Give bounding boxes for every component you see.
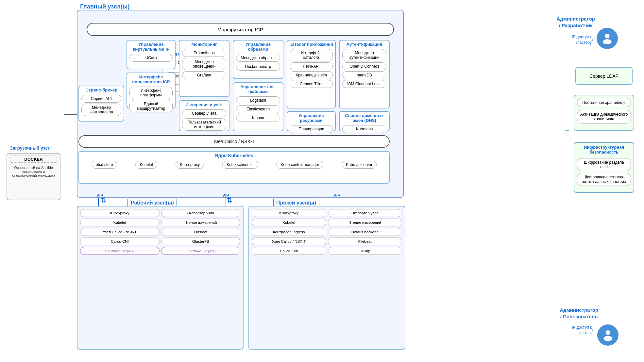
admin-dev-avatar xyxy=(597,28,618,49)
k8s-item-3: Kube scheduler xyxy=(222,161,258,169)
vip-mgmt-item-0: UCarp xyxy=(129,54,172,62)
dns-item-0: Kube-dns xyxy=(342,125,387,133)
monitoring-section: Мониторинг Prometheus Менеджер оповещени… xyxy=(179,40,229,97)
auth-item-0: Менеджер аутентификации xyxy=(342,49,387,61)
dns-section: Сервис доменных имён (DNS) Kube-dns xyxy=(339,111,390,131)
dns-storage-arrow: → xyxy=(564,126,570,134)
proxy-item-calico: Узел Calico / NSX-T xyxy=(252,238,326,245)
admin-dev-label: Администратор/ Разработчик xyxy=(556,16,595,28)
resource-mgmt-item-0: Планировщик xyxy=(290,125,332,133)
worker-item-filebeat: Filebeat xyxy=(161,228,241,236)
dns-title: Сервис доменных имён (DNS) xyxy=(340,112,389,124)
vip-arrow-1: ⇅ xyxy=(101,196,107,205)
proxy-node-grid: Kube-proxy Экспортер узла Kubelet Чтение… xyxy=(249,206,405,257)
log-mgmt-item-2: Kibana xyxy=(236,114,280,122)
log-mgmt-item-0: Logstash xyxy=(236,96,280,104)
monitoring-item-1: Менеджер оповещений xyxy=(182,58,227,70)
auth-section: Аутентификация Менеджер аутентификации O… xyxy=(339,40,390,108)
vip-mgmt-section: Управлениевиртуальными IP UCarp xyxy=(127,40,176,69)
worker-item-calico: Узел Calico / NSX-T xyxy=(80,228,160,236)
icp-ui-section: Интерфейспользователя ICP Интерфейс плат… xyxy=(127,73,176,108)
k8s-item-5: Kube apiserver xyxy=(342,161,377,169)
log-mgmt-section: Управление лог-файлами Logstash Elastics… xyxy=(233,82,283,131)
svc-broker-item-1: Менеджер контроллера xyxy=(81,104,121,116)
calico-bar: Узел Calico / NSX-T xyxy=(78,135,390,148)
boot-node-label: Загрузочный узел xyxy=(10,145,51,151)
line-main-worker-1 xyxy=(98,198,99,206)
proxy-item-metrics: Чтение измерений xyxy=(328,219,402,226)
k8s-core-title: Ядро Kubernetes xyxy=(79,152,389,159)
worker-node-box: Kube-proxy Экспортер узла Kubelet Чтение… xyxy=(77,206,244,350)
proxy-item-ingress: Контролер Ingress xyxy=(252,228,326,236)
app-catalog-item-1: Helm-API xyxy=(290,62,332,70)
proxy-item-kubelet: Kubelet xyxy=(252,219,326,226)
bottom-admin-avatar xyxy=(597,324,619,346)
diagram-container: Главный узел(ы) DOCKER Маршрутизатор ICP… xyxy=(0,0,644,362)
measurements-title: Измерения и учёт xyxy=(179,101,229,108)
ldap-box: Сервер LDAP xyxy=(575,67,633,85)
resource-mgmt-section: Управление ресурсами Планировщик xyxy=(287,111,336,131)
auth-item-1: OpenID Connect xyxy=(342,62,387,70)
main-node-box: DOCKER Маршрутизатор ICP Управление сеть… xyxy=(77,10,404,198)
boot-node-box: DOCKER Основанный на Ansible установщик … xyxy=(7,153,60,200)
k8s-item-2: Kube-proxy xyxy=(176,161,204,169)
boot-main-connector xyxy=(64,114,77,115)
measurements-item-0: Сервер учета xyxy=(182,109,227,117)
monitoring-item-2: Grafana xyxy=(182,71,227,79)
storage-box: Постоянное хранилище Активация динамичес… xyxy=(574,95,634,131)
proxy-item-exporter: Экспортер узла xyxy=(328,209,402,217)
svc-broker-title: Сервис-брокер xyxy=(79,86,124,94)
app-catalog-title: Каталог приложений xyxy=(287,41,335,48)
resource-mgmt-title: Управление ресурсами xyxy=(287,112,335,124)
log-mgmt-title: Управление лог-файлами xyxy=(233,83,283,95)
infra-sec-item-1: Шифрование сетевого потока данных класте… xyxy=(577,173,631,186)
image-mgmt-item-0: Менеджер образов xyxy=(236,54,280,62)
proxy-node-box: Kube-proxy Экспортер узла Kubelet Чтение… xyxy=(248,206,405,350)
worker-item-app2: Приложение(-ия) xyxy=(161,247,241,255)
proxy-item-cni: Calico CNI xyxy=(252,247,326,255)
measurements-item-1: Пользовательский интерфейс xyxy=(182,118,227,131)
auth-item-3: IBM Cloudant Local xyxy=(342,80,387,88)
worker-item-cni: Calico CNI xyxy=(80,238,160,245)
measurements-section: Измерения и учёт Сервер учета Пользовате… xyxy=(179,100,229,131)
ip-access-arrow: → xyxy=(588,37,594,43)
svg-point-3 xyxy=(604,336,612,341)
infra-sec-item-0: Шифрование раздела etcd xyxy=(577,158,631,171)
k8s-item-0: etcd store xyxy=(92,161,117,169)
infra-sec-box: Инфраструктурная безопасность Шифрование… xyxy=(574,142,634,193)
monitoring-title: Мониторинг xyxy=(179,41,229,48)
app-catalog-section: Каталог приложений Интерфейс каталога He… xyxy=(287,40,336,108)
k8s-item-4: Kube control manager xyxy=(276,161,323,169)
storage-item-0: Постоянное хранилище xyxy=(577,98,631,107)
icp-ui-item-1: Единый маршрутизатор xyxy=(129,100,172,112)
icp-ui-title: Интерфейспользователя ICP xyxy=(127,73,175,86)
proxy-item-ucarp: UCarp xyxy=(328,247,402,255)
line-main-worker-2 xyxy=(226,198,226,206)
worker-item-kubelet: Kubelet xyxy=(80,219,160,226)
app-catalog-item-0: Интерфейс каталога xyxy=(290,49,332,61)
boot-text: Основанный на Ansible установщик и опера… xyxy=(7,164,60,179)
ip-proxy-arrow: → xyxy=(588,327,594,334)
monitoring-item-0: Prometheus xyxy=(182,49,227,57)
image-mgmt-item-1: Docker реестр xyxy=(236,63,280,71)
auth-item-2: mariaDB xyxy=(342,71,387,79)
calico-bar-label: Узел Calico / NSX-T xyxy=(213,139,255,144)
worker-item-exporter: Экспортер узла xyxy=(161,209,241,217)
storage-item-1: Активация динамического хранилища xyxy=(577,110,631,123)
auth-title: Аутентификация xyxy=(340,41,389,48)
proxy-item-kube-proxy: Kube-proxy xyxy=(252,209,326,217)
vip-arrow-2: ⇅ xyxy=(227,196,232,205)
image-mgmt-title: Управление образами xyxy=(233,41,283,53)
proxy-item-filebeat: Filebeat xyxy=(328,238,402,245)
vip-label-3: VIP xyxy=(333,193,340,198)
svc-broker-section: Сервис-брокер Сервис API Менеджер контро… xyxy=(78,86,124,122)
app-catalog-item-3: Сервис Tiller xyxy=(290,80,332,88)
worker-item-metrics: Чтение измерений xyxy=(161,219,241,226)
worker-node-grid: Kube-proxy Экспортер узла Kubelet Чтение… xyxy=(77,206,243,257)
app-catalog-item-2: Хранилище Helm xyxy=(290,71,332,79)
svg-point-1 xyxy=(603,39,612,44)
docker-label-boot: DOCKER xyxy=(10,156,57,163)
proxy-item-backend: Default backend xyxy=(328,228,402,236)
svg-point-0 xyxy=(605,34,610,38)
infra-sec-title: Инфраструктурная безопасность xyxy=(574,143,634,156)
